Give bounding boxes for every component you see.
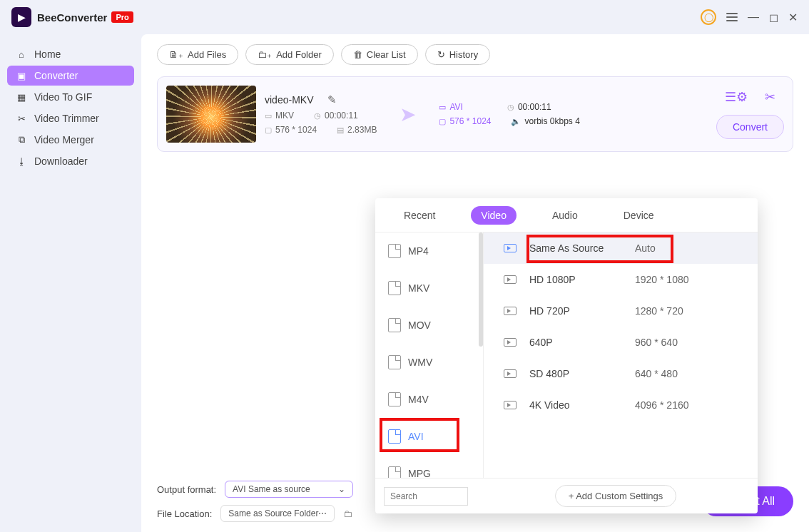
sidebar-item-merger[interactable]: ⧉Video Merger bbox=[7, 130, 134, 150]
maximize-button[interactable]: ◻ bbox=[769, 11, 778, 24]
tab-recent[interactable]: Recent bbox=[394, 206, 445, 225]
clear-list-button[interactable]: 🗑Clear List bbox=[341, 44, 418, 65]
menu-icon[interactable] bbox=[726, 13, 738, 21]
tab-audio[interactable]: Audio bbox=[542, 206, 588, 225]
titlebar: ▶ BeeConverter Pro ◯ — ◻ ✕ bbox=[0, 0, 809, 34]
sidebar-item-downloader[interactable]: ⭳Downloader bbox=[7, 151, 134, 171]
add-custom-settings-button[interactable]: + Add Custom Settings bbox=[555, 485, 677, 507]
convert-button[interactable]: Convert bbox=[716, 115, 784, 139]
merger-icon: ⧉ bbox=[16, 134, 27, 145]
download-icon: ⭳ bbox=[16, 156, 27, 167]
src-duration: 00:00:11 bbox=[325, 111, 358, 121]
video-icon bbox=[504, 401, 517, 409]
trash-icon: 🗑 bbox=[353, 49, 362, 60]
size-icon: ▤ bbox=[337, 126, 344, 135]
scrollbar[interactable] bbox=[479, 232, 483, 347]
arrow-icon: ➤ bbox=[400, 103, 416, 126]
history-icon: ↻ bbox=[437, 49, 445, 60]
format-wmv[interactable]: WMV bbox=[375, 344, 483, 381]
src-size: 2.83MB bbox=[347, 125, 377, 135]
file-icon bbox=[388, 466, 401, 478]
video-icon bbox=[504, 275, 517, 284]
video-thumbnail bbox=[166, 86, 256, 143]
minimize-button[interactable]: — bbox=[748, 11, 759, 24]
format-mpg[interactable]: MPG bbox=[375, 455, 483, 478]
sidebar-item-converter[interactable]: ▣Converter bbox=[7, 66, 134, 86]
add-folder-button[interactable]: 🗀₊Add Folder bbox=[245, 44, 334, 65]
clock-icon: ◷ bbox=[314, 111, 321, 121]
tab-device[interactable]: Device bbox=[614, 206, 664, 225]
output-format-select[interactable]: AVI Same as source⌄ bbox=[225, 481, 353, 498]
resolution-list: Same As SourceAuto HD 1080P1920 * 1080 H… bbox=[484, 232, 758, 478]
more-icon[interactable]: ⋯ bbox=[318, 508, 327, 518]
clock-icon: ◷ bbox=[507, 103, 514, 112]
file-icon bbox=[388, 244, 401, 258]
output-format-label: Output format: bbox=[157, 484, 216, 495]
res-same-as-source[interactable]: Same As SourceAuto bbox=[484, 232, 758, 264]
sidebar: ⌂Home ▣Converter ▦Video To GIF ✂Video Tr… bbox=[0, 34, 141, 532]
folder-plus-icon: 🗀₊ bbox=[258, 49, 272, 60]
format-mp4[interactable]: MP4 bbox=[375, 232, 483, 270]
main-panel: 🗎₊Add Files 🗀₊Add Folder 🗑Clear List ↻Hi… bbox=[141, 34, 809, 532]
edit-icon[interactable]: ✎ bbox=[327, 93, 337, 106]
out-format: AVI bbox=[449, 102, 462, 112]
folder-icon[interactable]: 🗀 bbox=[343, 508, 352, 519]
home-icon: ⌂ bbox=[16, 49, 27, 60]
account-icon[interactable]: ◯ bbox=[701, 9, 716, 25]
res-480p[interactable]: SD 480P640 * 480 bbox=[484, 358, 758, 389]
video-icon bbox=[504, 307, 517, 315]
search-input[interactable] bbox=[384, 487, 468, 506]
out-audio: vorbis 0kbps 4 bbox=[524, 116, 579, 126]
tab-video[interactable]: Video bbox=[471, 206, 517, 225]
format-mkv[interactable]: MKV bbox=[375, 270, 483, 307]
format-list: MP4 MKV MOV WMV M4V AVI MPG bbox=[375, 232, 484, 478]
video-icon bbox=[504, 338, 517, 347]
file-icon bbox=[388, 429, 401, 444]
format-icon: ▭ bbox=[439, 103, 446, 112]
converter-icon: ▣ bbox=[16, 71, 27, 81]
format-icon: ▭ bbox=[265, 111, 272, 121]
format-dropdown: Recent Video Audio Device MP4 MKV MOV WM… bbox=[375, 198, 758, 513]
sidebar-label: Video To GIF bbox=[34, 91, 92, 103]
format-mov[interactable]: MOV bbox=[375, 307, 483, 344]
src-res: 576 * 1024 bbox=[275, 125, 317, 135]
settings-icon[interactable]: ☰⚙ bbox=[725, 89, 748, 105]
history-button[interactable]: ↻History bbox=[425, 44, 490, 65]
video-icon bbox=[504, 369, 517, 378]
audio-icon: 🔈 bbox=[511, 117, 521, 126]
toolbar: 🗎₊Add Files 🗀₊Add Folder 🗑Clear List ↻Hi… bbox=[157, 44, 793, 65]
file-icon bbox=[388, 318, 401, 332]
gif-icon: ▦ bbox=[16, 92, 27, 103]
res-640p[interactable]: 640P960 * 640 bbox=[484, 327, 758, 358]
src-format: MKV bbox=[275, 111, 294, 121]
resolution-icon: ▢ bbox=[265, 126, 272, 135]
sidebar-label: Home bbox=[34, 48, 61, 60]
file-icon bbox=[388, 355, 401, 369]
sidebar-label: Downloader bbox=[34, 155, 88, 167]
close-button[interactable]: ✕ bbox=[788, 11, 798, 24]
format-avi[interactable]: AVI bbox=[375, 418, 483, 455]
res-4k[interactable]: 4K Video4096 * 2160 bbox=[484, 389, 758, 421]
format-m4v[interactable]: M4V bbox=[375, 381, 483, 418]
trimmer-icon: ✂ bbox=[16, 113, 27, 124]
out-duration: 00:00:11 bbox=[518, 102, 551, 112]
sidebar-label: Video Merger bbox=[34, 134, 94, 145]
add-files-button[interactable]: 🗎₊Add Files bbox=[157, 44, 238, 65]
video-icon bbox=[504, 244, 517, 252]
res-720p[interactable]: HD 720P1280 * 720 bbox=[484, 295, 758, 327]
sidebar-label: Converter bbox=[34, 70, 78, 81]
cut-icon[interactable]: ✂ bbox=[765, 89, 775, 105]
resolution-icon: ▢ bbox=[439, 117, 446, 126]
sidebar-item-trimmer[interactable]: ✂Video Trimmer bbox=[7, 108, 134, 128]
chevron-down-icon: ⌄ bbox=[338, 484, 345, 494]
sidebar-label: Video Trimmer bbox=[34, 113, 99, 124]
res-1080p[interactable]: HD 1080P1920 * 1080 bbox=[484, 264, 758, 295]
file-icon bbox=[388, 392, 401, 406]
file-location-field[interactable]: Same as Source Folder⋯ bbox=[220, 505, 335, 522]
app-logo: ▶ bbox=[11, 7, 31, 27]
pro-badge: Pro bbox=[111, 11, 133, 23]
sidebar-item-home[interactable]: ⌂Home bbox=[7, 44, 134, 64]
file-location-label: File Location: bbox=[157, 508, 212, 519]
file-card: video-MKV✎ ▭MKV ◷00:00:11 ▢576 * 1024 ▤2… bbox=[157, 76, 793, 152]
sidebar-item-gif[interactable]: ▦Video To GIF bbox=[7, 87, 134, 107]
